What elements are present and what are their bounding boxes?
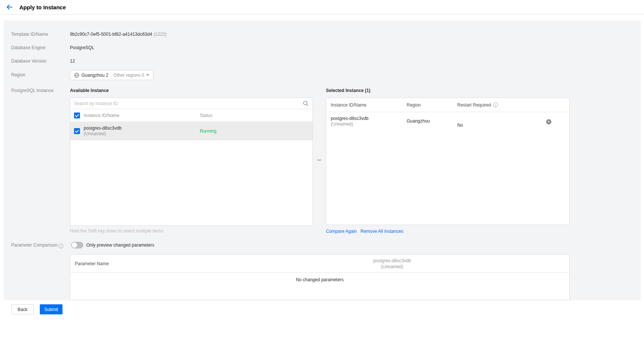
database-engine-value: PostgreSQL: [70, 45, 94, 50]
template-id-label: Template ID/Name: [11, 32, 48, 37]
preview-changed-toggle-label: Only preview changed parameters: [86, 242, 154, 248]
instance-id: postgres-d8sc3vdb: [331, 116, 407, 121]
parameter-comparison-table: Parameter Name postgres-d8sc3vdb (Unname…: [70, 254, 570, 300]
back-arrow-icon[interactable]: [5, 3, 13, 11]
postgresql-instance-label: PostgreSQL Instance: [11, 88, 54, 93]
globe-icon: [74, 73, 79, 78]
column-instance-id-name: Instance ID/Name: [326, 102, 407, 108]
parameter-comparison-label: Parameter Comparison: [11, 242, 63, 248]
column-status: Status: [200, 113, 212, 118]
info-icon[interactable]: [493, 102, 498, 107]
available-instance-title: Available Instance: [70, 88, 109, 93]
instance-id-name-cell: postgres-d8sc3vdb (Unnamed): [326, 112, 407, 131]
instance-search-bar: [70, 98, 313, 109]
region-current-value: Guangzhou 2: [81, 73, 108, 78]
selected-instance-panel: Instance ID/Name Region Restart Required…: [326, 98, 570, 225]
database-version-label: Database Version: [11, 58, 47, 64]
region-cell: Guangzhou: [407, 112, 457, 131]
parameter-table-header: Parameter Name postgres-d8sc3vdb (Unname…: [70, 255, 569, 273]
column-parameter-name: Parameter Name: [75, 261, 109, 266]
database-version-value: 12: [70, 58, 75, 64]
apply-to-instance-page: Apply to Instance Template ID/Name 9b2c9…: [0, 0, 644, 352]
transfer-arrows-icon: ⇔: [316, 156, 322, 163]
parameter-comparison-text: Parameter Comparison: [11, 242, 57, 248]
column-restart-required: Restart Required: [457, 102, 498, 108]
info-icon[interactable]: [58, 244, 63, 248]
empty-parameters-message: No changed parameters: [70, 277, 569, 282]
status-badge: Running: [200, 129, 217, 134]
submit-button[interactable]: Submit: [40, 304, 63, 314]
page-header: Apply to Instance: [0, 0, 644, 15]
preview-changed-toggle[interactable]: [71, 242, 83, 248]
region-selector[interactable]: Guangzhou 2 Other regions 0: [70, 70, 153, 80]
template-id-suffix: (1222): [154, 32, 167, 37]
database-engine-label: Database Engine: [11, 45, 45, 50]
template-id-value: 9b2c90c7-0ef5-5001-bf82-a41413dc63d4(122…: [70, 32, 167, 37]
region-label: Region: [11, 72, 25, 77]
template-id-text: 9b2c90c7-0ef5-5001-bf82-a41413dc63d4: [70, 32, 152, 37]
back-button[interactable]: Back: [11, 304, 34, 314]
restart-required-label: Restart Required: [457, 102, 491, 108]
instance-id: postgres-d8sc3vdb: [84, 126, 200, 131]
selected-instance-row: postgres-d8sc3vdb (Unnamed) Guangzhou No: [326, 112, 569, 131]
page-title: Apply to Instance: [19, 4, 66, 10]
instance-id-name-cell: postgres-d8sc3vdb (Unnamed): [84, 126, 200, 137]
column-instance: postgres-d8sc3vdb (Unnamed): [373, 258, 411, 270]
search-icon[interactable]: [303, 101, 309, 107]
instance-name: (Unnamed): [331, 121, 407, 127]
available-table-header: Instance ID/Name Status: [70, 109, 313, 122]
search-input[interactable]: [74, 101, 303, 106]
selected-actions: Compare Again Remove All Instances: [326, 229, 403, 234]
available-instance-row[interactable]: postgres-d8sc3vdb (Unnamed) Running: [70, 122, 313, 140]
restart-required-cell: No: [457, 112, 463, 131]
compare-again-link[interactable]: Compare Again: [326, 229, 357, 234]
region-other-label: Other regions 0: [113, 73, 144, 78]
region-other-dropdown[interactable]: Other regions 0: [113, 73, 149, 78]
instance-name: (Unnamed): [84, 131, 200, 137]
selected-table-header: Instance ID/Name Region Restart Required: [326, 98, 569, 112]
column-instance-name: (Unnamed): [373, 264, 411, 270]
chevron-down-icon: [146, 74, 149, 76]
selected-instance-title: Selected Instance (1): [326, 88, 370, 93]
available-instance-panel: Instance ID/Name Status postgres-d8sc3vd…: [70, 98, 313, 226]
remove-instance-icon[interactable]: [546, 119, 551, 124]
column-instance-id: postgres-d8sc3vdb: [373, 258, 411, 264]
multi-select-hint: Hold the Shift key down to select multip…: [70, 228, 163, 234]
row-checkbox[interactable]: [74, 128, 80, 134]
column-region: Region: [407, 102, 457, 108]
select-all-checkbox[interactable]: [74, 112, 80, 118]
column-instance-id-name: Instance ID/Name: [84, 113, 200, 118]
remove-all-instances-link[interactable]: Remove All Instances: [361, 229, 403, 234]
